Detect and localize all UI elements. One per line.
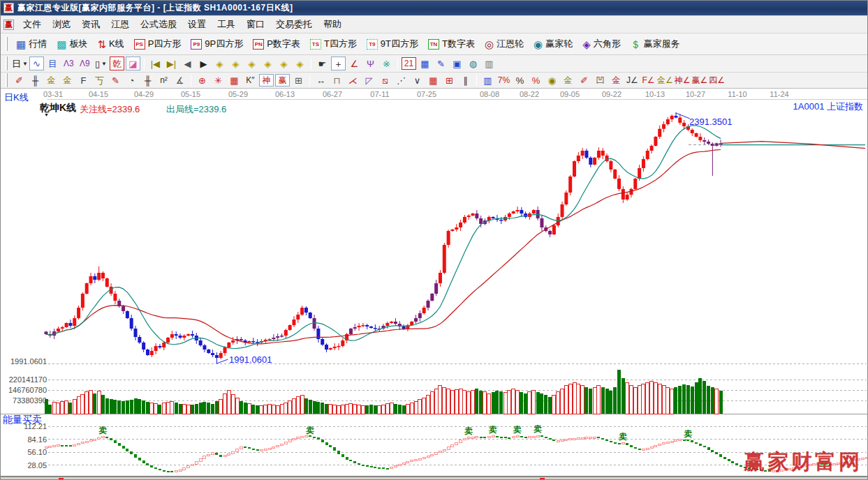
box-tool-icon[interactable]: ⊓ [330,73,344,87]
winner-service-button[interactable]: ＄赢家服务 [626,35,685,53]
cup-icon[interactable]: 凹 [593,74,608,87]
width-measure-icon[interactable]: ↔ [314,73,328,87]
gold-circle-icon[interactable]: ◉ [545,73,559,87]
menu-6[interactable]: 工具 [212,17,241,32]
arrow-lines-icon[interactable]: ⋰ [394,73,409,87]
menu-2[interactable]: 资讯 [76,17,105,32]
gold-grid2-icon[interactable]: 金 [60,74,75,87]
red-grid2-icon[interactable]: ⊞ [442,73,457,87]
first-bar-icon[interactable]: |◀ [148,57,163,70]
star-web-icon[interactable]: ✳ [211,73,226,87]
j-angle-icon[interactable]: J∠ [625,74,640,87]
edit-note-icon[interactable]: ✎ [434,57,448,70]
bottom-scroll-strip[interactable] [1,477,868,480]
hexagon-button[interactable]: ◈六角形 [578,35,626,53]
grid-lines2-icon[interactable]: ╫ [140,73,155,87]
f-grid-icon[interactable]: F [76,73,91,87]
menu-9[interactable]: 帮助 [318,17,347,32]
prev-bar-icon[interactable]: ◀ [180,57,195,70]
diamond-star-icon[interactable]: ◈ [277,57,291,70]
diamond-right-icon[interactable]: ◈ [228,57,243,70]
circle-cross-icon[interactable]: ⊕ [195,73,209,87]
shen-angle-icon[interactable]: 神∠ [675,74,691,87]
ying-icon[interactable]: 赢 [275,74,290,87]
f-angle-icon[interactable]: F∠ [641,74,656,87]
angle-measure-icon[interactable]: ∠ [347,57,362,70]
gann-tool-icon[interactable]: Ψ [363,57,378,70]
quotes-button[interactable]: ▦行情 [11,35,52,53]
trend-curve-icon[interactable]: ∿ [29,57,44,70]
percent-icon[interactable]: % [513,73,527,87]
period-day-dropdown[interactable]: 日▼ [12,57,28,70]
wave-3-icon[interactable]: Λ3 [61,57,76,70]
calculator-icon[interactable]: ▦ [418,57,432,70]
title-bar[interactable]: 赢 赢家江恩专业版[赢家内部服务平台] - [上证指数 SH1A0001-167… [1,1,868,16]
t-digit-table-button[interactable]: TNT数字表 [423,35,480,53]
kline-button[interactable]: ⇅K线 [92,35,128,53]
web-tool-icon[interactable]: ※ [379,57,394,70]
grid-lines-icon[interactable]: ╫ [28,73,43,87]
fan-lines-icon[interactable]: ⋌ [346,73,360,87]
pen-red-icon[interactable]: ✐ [577,73,591,87]
p-digit-table-button[interactable]: PNP数字表 [248,35,305,53]
last-bar-icon[interactable]: ▶| [164,57,179,70]
red-grid-icon[interactable]: ▦ [426,73,441,87]
gold-grid-icon[interactable]: 金 [44,74,59,87]
menu-8[interactable]: 交易委托 [270,17,318,32]
diamond-left-icon[interactable]: ◈ [212,57,227,70]
winner-wheel-button[interactable]: ◉赢家轮 [529,35,578,53]
menu-1[interactable]: 浏览 [47,17,76,32]
draw-pen-icon[interactable]: ✐ [12,73,27,87]
seven-percent-icon[interactable]: 7% [496,74,511,87]
p-square-button[interactable]: PSP四方形 [129,35,186,53]
fan-box-icon[interactable]: ◸ [362,73,376,87]
n-square-icon[interactable]: n² [156,74,171,87]
9p-square-button[interactable]: P99P四方形 [186,35,248,53]
hand-pan-icon[interactable]: ☛ [315,57,330,70]
menu-0[interactable]: 文件 [17,17,47,32]
menu-5[interactable]: 设置 [182,17,212,32]
si-angle-icon[interactable]: 四∠ [709,74,725,87]
diamond-cross-icon[interactable]: ◈ [260,57,275,70]
web-page-icon[interactable]: ◍ [466,57,480,70]
check-lines-icon[interactable]: ∨ [410,73,425,87]
sectors-button[interactable]: ▩板块 [52,35,92,53]
report-doc-icon[interactable]: 目 [45,57,60,70]
angle-ruler-icon[interactable]: ∡ [172,73,187,87]
diamond-expand-icon[interactable]: ◈ [244,57,259,70]
ruler-123-icon[interactable]: ⊞ [291,73,306,87]
parallel-lines-icon[interactable]: ∥ [458,73,473,87]
gold-line-icon[interactable]: 金 [561,74,575,87]
wave-9-icon[interactable]: Λ9 [78,57,92,70]
crosshair-icon[interactable]: ＋ [331,57,346,70]
diamond-move-icon[interactable]: ◈ [293,57,307,70]
gann-wheel-button[interactable]: ◎江恩轮 [480,35,529,53]
calendar-icon[interactable]: 21 [402,57,416,70]
qiankun-dropdown-icon[interactable]: ▼ [44,112,49,117]
chart-area[interactable]: 日K线 乾坤K线 ▼ 关注线=2339.6 出局线=2339.6 1A0001 … [1,89,868,477]
diagonal-box-icon[interactable]: ⧅ [378,73,392,87]
menu-3[interactable]: 江恩 [105,17,135,32]
t-square-button[interactable]: TST四方形 [305,35,362,53]
spiral-icon[interactable]: 丂 [92,73,107,87]
time-cycle-icon[interactable]: ◔ [124,73,139,87]
histogram-icon[interactable]: ▥ [480,73,495,87]
save-icon[interactable]: ▣ [450,57,464,70]
qiankun-kline-icon[interactable]: 乾 [110,57,124,70]
shen-icon[interactable]: 神 [259,74,274,87]
menu-7[interactable]: 窗口 [241,17,270,32]
gold-underline-icon[interactable]: 金 [609,74,624,87]
chart-svg[interactable] [1,89,868,477]
boxed-web-icon[interactable]: ▦ [227,73,242,87]
computer-icon[interactable]: ▥ [482,57,496,70]
volume-profile-icon[interactable]: ◪ [126,57,140,70]
pane-type-label[interactable]: 日K线 [4,91,29,104]
gold-angle-icon[interactable]: 金∠ [657,74,673,87]
next-bar-icon[interactable]: ▶ [196,57,211,70]
ying-angle-icon[interactable]: 赢∠ [692,74,708,87]
k-mark-icon[interactable]: K″ [243,74,258,87]
pen-chart-icon[interactable]: ✎ [108,73,123,87]
percent-line-icon[interactable]: % [529,73,543,87]
menu-4[interactable]: 公式选股 [135,17,182,32]
9t-square-button[interactable]: T99T四方形 [362,35,423,53]
